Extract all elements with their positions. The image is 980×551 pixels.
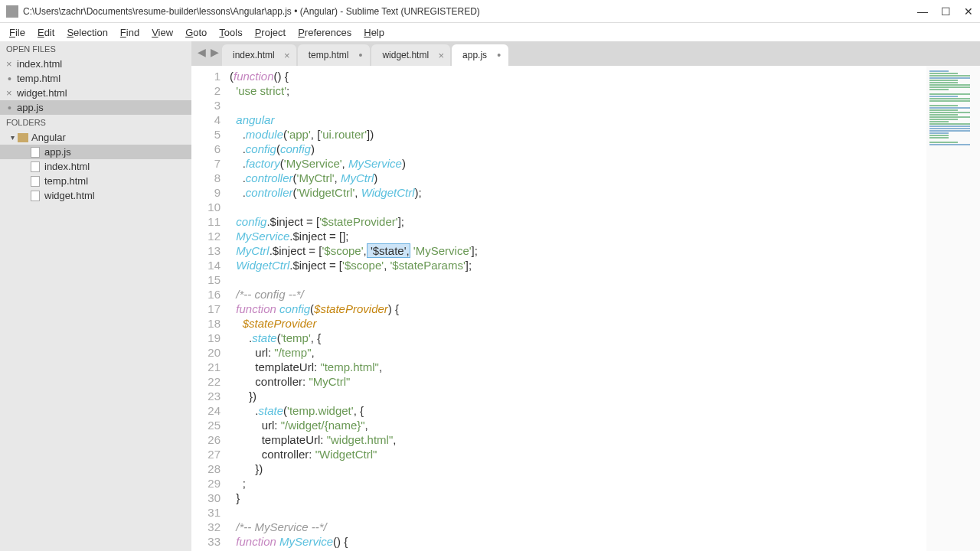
tab-label: temp.html	[309, 50, 349, 60]
tab[interactable]: temp.html•	[298, 44, 371, 66]
open-file-item[interactable]: widget.html	[0, 86, 191, 100]
menu-bar: FileEditSelectionFindViewGotoToolsProjec…	[0, 23, 980, 41]
app-icon	[6, 5, 18, 18]
tab[interactable]: index.html×	[222, 44, 296, 66]
minimap[interactable]	[926, 66, 980, 551]
menu-selection[interactable]: Selection	[60, 25, 113, 40]
folders-header: FOLDERS	[0, 115, 191, 130]
tab[interactable]: app.js•	[452, 44, 508, 66]
nav-forward-icon[interactable]: ▶	[211, 46, 219, 58]
window-controls: — ☐ ✕	[917, 6, 974, 17]
folder-row[interactable]: ▾ Angular	[0, 130, 191, 145]
tree-file-item[interactable]: index.html	[0, 159, 191, 174]
tree-file-label: temp.html	[44, 175, 88, 187]
chevron-down-icon: ▾	[11, 133, 15, 142]
tab-close-icon[interactable]: ×	[439, 50, 445, 61]
close-button[interactable]: ✕	[963, 6, 974, 17]
file-icon	[31, 176, 40, 187]
maximize-button[interactable]: ☐	[940, 6, 951, 17]
sidebar: OPEN FILES index.htmltemp.htmlwidget.htm…	[0, 41, 191, 551]
file-icon	[31, 161, 40, 172]
tree-file-item[interactable]: temp.html	[0, 174, 191, 188]
tab-label: app.js	[462, 50, 487, 60]
tab[interactable]: widget.html×	[371, 44, 450, 66]
menu-project[interactable]: Project	[249, 25, 292, 40]
menu-find[interactable]: Find	[114, 25, 145, 40]
file-icon	[31, 147, 40, 158]
tree-file-label: index.html	[44, 161, 90, 172]
open-file-item[interactable]: temp.html	[0, 71, 191, 86]
menu-view[interactable]: View	[145, 25, 179, 40]
file-icon	[31, 191, 40, 201]
folder-icon	[18, 133, 28, 142]
tree-file-item[interactable]: app.js	[0, 145, 191, 159]
menu-edit[interactable]: Edit	[31, 25, 60, 40]
open-file-item[interactable]: index.html	[0, 57, 191, 71]
open-files-header: OPEN FILES	[0, 41, 191, 57]
minimize-button[interactable]: —	[917, 6, 928, 17]
menu-file[interactable]: File	[3, 25, 31, 40]
menu-help[interactable]: Help	[358, 25, 390, 40]
tab-label: widget.html	[382, 50, 429, 60]
menu-tools[interactable]: Tools	[213, 25, 248, 40]
window-title: C:\Users\zachr\Documents\resume-builder\…	[23, 6, 917, 17]
tree-file-label: app.js	[44, 146, 71, 158]
folder-name: Angular	[31, 132, 66, 143]
tab-close-icon[interactable]: ×	[284, 50, 290, 61]
tab-dirty-icon: •	[358, 49, 362, 61]
editor-area: ◀ ▶ index.html×temp.html•widget.html×app…	[191, 41, 980, 551]
open-file-item[interactable]: app.js	[0, 100, 191, 115]
workspace: OPEN FILES index.htmltemp.htmlwidget.htm…	[0, 41, 980, 551]
line-gutter: 1234567891011121314151617181920212223242…	[191, 66, 230, 551]
code-content[interactable]: (function() { 'use strict'; angular .mod…	[230, 66, 926, 551]
code-editor[interactable]: 1234567891011121314151617181920212223242…	[191, 66, 980, 551]
nav-back-icon[interactable]: ◀	[198, 46, 206, 58]
title-bar: C:\Users\zachr\Documents\resume-builder\…	[0, 0, 980, 23]
menu-goto[interactable]: Goto	[179, 25, 213, 40]
tree-file-item[interactable]: widget.html	[0, 188, 191, 203]
tab-dirty-icon: •	[497, 49, 501, 61]
tree-file-label: widget.html	[44, 190, 95, 201]
tab-label: index.html	[233, 50, 275, 60]
menu-preferences[interactable]: Preferences	[292, 25, 358, 40]
tab-bar: ◀ ▶ index.html×temp.html•widget.html×app…	[191, 41, 980, 66]
